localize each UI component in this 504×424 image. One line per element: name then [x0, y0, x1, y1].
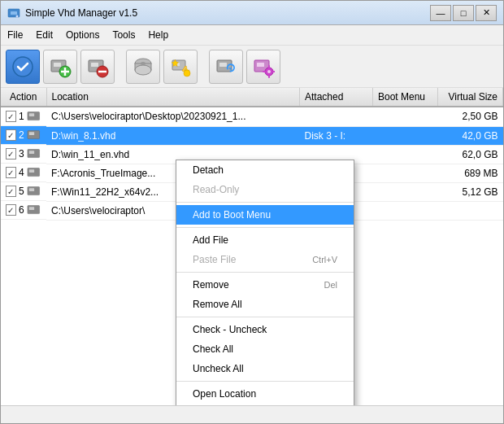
context-menu-item-7[interactable]: Check - Uncheck — [176, 320, 354, 339]
refresh-button[interactable] — [209, 50, 243, 84]
col-action[interactable]: Action — [1, 88, 46, 107]
table-row[interactable]: 2D:\win_8.1.vhdDisk 3 - I:42,0 GB — [1, 126, 503, 145]
maximize-button[interactable]: □ — [453, 5, 474, 21]
row-boot — [373, 107, 438, 126]
row-action: 4 — [1, 164, 46, 182]
svg-rect-33 — [28, 151, 33, 154]
context-menu-separator — [176, 317, 354, 317]
context-menu-label: Add to Boot Menu — [193, 209, 271, 221]
title-buttons: — □ ✕ — [430, 5, 497, 21]
disk-icon — [27, 147, 41, 160]
context-menu-label: Open Location — [193, 388, 256, 400]
menu-help[interactable]: Help — [141, 27, 175, 43]
disk-icon — [27, 129, 41, 142]
context-menu-label: Remove All — [193, 299, 242, 310]
context-menu-item-4: Paste FileCtrl+V — [176, 250, 354, 269]
refresh-icon — [215, 55, 237, 78]
row-attached — [300, 107, 373, 126]
context-menu-item-0[interactable]: Detach — [176, 160, 354, 180]
table-row[interactable]: 1C:\Users\velociraptor\Desktop\20230921_… — [1, 107, 503, 126]
row-checkbox[interactable] — [6, 167, 16, 178]
svg-point-20 — [184, 70, 190, 76]
context-menu-separator — [176, 272, 354, 273]
col-boot[interactable]: Boot Menu — [373, 88, 438, 107]
disk-icon — [27, 110, 41, 123]
row-location: C:\Users\velociraptor\Desktop\20230921_1… — [46, 107, 300, 126]
add-vhd-button[interactable] — [43, 50, 77, 84]
col-location[interactable]: Location — [46, 88, 300, 107]
menu-options[interactable]: Options — [59, 27, 106, 43]
row-action: 5 — [1, 182, 46, 201]
svg-rect-1 — [11, 11, 17, 15]
row-number: 1 — [19, 111, 24, 122]
row-action: 3 — [1, 145, 46, 164]
settings-button[interactable] — [246, 50, 280, 84]
disk-icon — [27, 203, 41, 216]
menu-tools[interactable]: Tools — [106, 27, 141, 43]
remove-disk-icon — [86, 55, 109, 78]
row-number: 3 — [19, 148, 24, 160]
row-number: 6 — [19, 204, 24, 216]
title-bar: Simple Vhd Manager v1.5 — □ ✕ — [1, 1, 503, 25]
svg-point-16 — [141, 62, 146, 65]
svg-rect-25 — [257, 63, 264, 67]
row-number: 2 — [19, 129, 24, 141]
svg-rect-37 — [28, 188, 33, 191]
context-menu-item-10[interactable]: Open Location — [176, 384, 354, 404]
context-menu-label: Uncheck All — [193, 363, 244, 374]
svg-point-15 — [135, 65, 151, 75]
context-menu-item-3[interactable]: Add File — [176, 230, 354, 250]
tools-button[interactable] — [163, 50, 198, 84]
context-menu-item-5[interactable]: RemoveDel — [176, 275, 354, 295]
context-menu-item-9[interactable]: Uncheck All — [176, 359, 354, 378]
row-vsize: 2,50 GB — [438, 107, 503, 126]
context-menu-item-2[interactable]: Add to Boot Menu — [176, 205, 354, 225]
disk-icon — [27, 166, 41, 179]
svg-rect-39 — [28, 207, 33, 210]
context-menu-label: Add File — [193, 234, 228, 246]
context-menu-label: Detach — [193, 164, 224, 176]
row-checkbox[interactable] — [6, 148, 16, 160]
context-menu-label: Check All — [193, 343, 233, 355]
row-checkbox[interactable] — [6, 186, 16, 197]
svg-rect-31 — [28, 132, 33, 135]
row-number: 5 — [19, 186, 24, 197]
menu-edit[interactable]: Edit — [29, 27, 59, 43]
row-vsize: 62,0 GB — [438, 145, 503, 164]
attach-button[interactable] — [6, 50, 40, 84]
row-checkbox[interactable] — [6, 111, 16, 122]
row-action: 1 — [1, 107, 46, 126]
row-checkbox[interactable] — [6, 204, 16, 216]
disk-manager-button[interactable] — [126, 50, 160, 84]
context-menu-shortcut: Del — [324, 280, 337, 290]
window-title: Simple Vhd Manager v1.5 — [25, 7, 137, 19]
svg-rect-10 — [91, 63, 98, 67]
add-disk-icon — [49, 55, 72, 78]
row-vsize: 689 MB — [438, 164, 503, 182]
context-menu-label: Read-Only — [193, 184, 239, 195]
gear-icon — [252, 55, 275, 78]
col-attached[interactable]: Attached — [300, 88, 373, 107]
col-vsize[interactable]: Virtual Size — [438, 88, 503, 107]
svg-rect-22 — [219, 63, 227, 67]
row-checkbox[interactable] — [6, 129, 16, 141]
disk-manager-icon — [132, 55, 154, 78]
row-action: 2 — [1, 126, 46, 145]
minimize-button[interactable]: — — [430, 5, 451, 21]
svg-point-27 — [267, 70, 271, 73]
close-button[interactable]: ✕ — [476, 5, 497, 21]
title-bar-left: Simple Vhd Manager v1.5 — [7, 7, 137, 20]
context-menu-separator — [176, 202, 354, 203]
row-action: 6 — [1, 201, 46, 220]
context-menu-label: Check - Uncheck — [193, 324, 267, 335]
context-menu-item-11[interactable]: File Properties — [176, 404, 354, 405]
row-boot — [373, 182, 438, 201]
row-boot — [373, 126, 438, 145]
remove-vhd-button[interactable] — [80, 50, 115, 84]
context-menu-separator — [176, 381, 354, 382]
disk-icon — [27, 185, 41, 198]
context-menu-item-6[interactable]: Remove All — [176, 295, 354, 314]
menu-file[interactable]: File — [1, 27, 29, 43]
context-menu-item-8[interactable]: Check All — [176, 339, 354, 359]
toolbar — [1, 46, 503, 88]
